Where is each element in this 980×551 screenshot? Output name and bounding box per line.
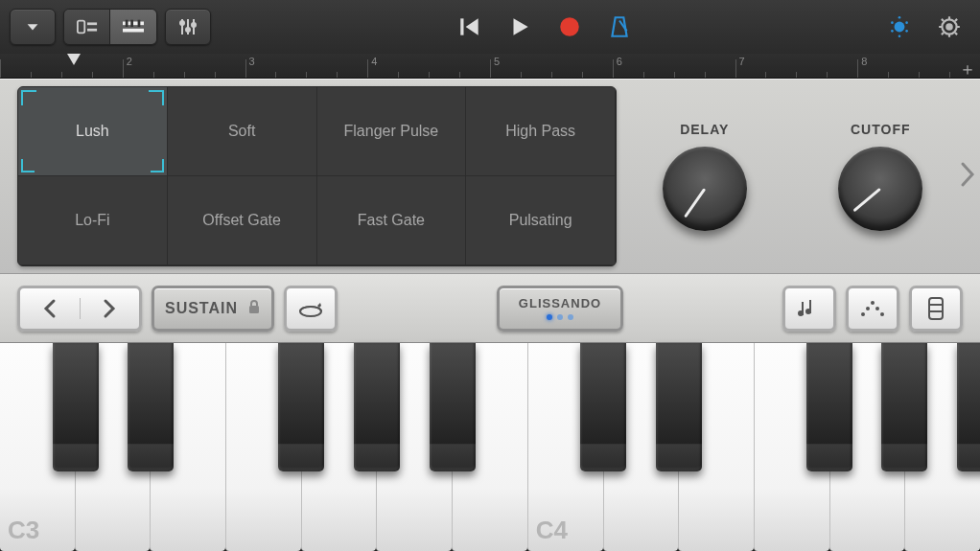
add-section-button[interactable]: ＋ — [959, 57, 976, 80]
autoplay-button[interactable] — [284, 286, 338, 332]
preset-fast-gate[interactable]: Fast Gate — [317, 176, 467, 265]
svg-point-19 — [898, 34, 901, 37]
keyboard-layout-button[interactable] — [909, 286, 963, 332]
track-view-button[interactable] — [64, 10, 110, 44]
svg-point-15 — [905, 21, 908, 24]
next-controls-button[interactable] — [959, 161, 976, 192]
svg-rect-2 — [87, 29, 97, 32]
glissando-button[interactable]: GLISSANDO — [497, 286, 623, 332]
record-button[interactable] — [548, 6, 591, 48]
svg-rect-22 — [249, 306, 259, 313]
svg-point-16 — [891, 30, 894, 33]
cutoff-knob[interactable] — [838, 147, 922, 231]
svg-point-25 — [866, 307, 870, 310]
ruler-bar-number: 6 — [617, 56, 622, 67]
view-switcher — [63, 9, 157, 45]
ruler-bar-number: 5 — [494, 56, 500, 67]
rewind-button[interactable] — [449, 6, 491, 48]
svg-point-24 — [861, 312, 865, 316]
black-key[interactable] — [128, 343, 174, 471]
chord-strips-button[interactable] — [782, 286, 836, 332]
playhead-icon[interactable] — [67, 54, 81, 65]
black-key[interactable] — [881, 343, 927, 471]
svg-rect-1 — [87, 22, 97, 25]
ruler-bar-number: 8 — [861, 56, 867, 67]
svg-point-28 — [880, 312, 884, 316]
svg-point-26 — [871, 301, 875, 305]
delay-knob[interactable] — [663, 147, 747, 231]
instrument-view-button[interactable] — [110, 10, 156, 44]
svg-point-18 — [898, 16, 901, 19]
black-key[interactable] — [278, 343, 324, 471]
info-button[interactable] — [878, 6, 921, 48]
sustain-button[interactable]: SUSTAIN — [152, 286, 274, 332]
svg-point-14 — [891, 21, 894, 24]
delay-knob-label: DELAY — [680, 122, 729, 137]
black-key[interactable] — [580, 343, 626, 471]
ruler-bar-number: 4 — [371, 56, 377, 67]
octave-down-button[interactable] — [20, 298, 81, 319]
svg-rect-3 — [123, 22, 144, 26]
preset-grid: LushSoftFlanger PulseHigh PassLo-FiOffse… — [17, 86, 617, 266]
top-toolbar — [0, 0, 980, 54]
svg-point-23 — [300, 307, 321, 316]
black-key[interactable] — [53, 343, 99, 471]
preset-lush[interactable]: Lush — [18, 87, 168, 176]
svg-point-13 — [895, 22, 905, 33]
sound-control-panel: LushSoftFlanger PulseHigh PassLo-FiOffse… — [0, 79, 980, 274]
glissando-page-dots — [547, 314, 573, 320]
ruler-bar-number: 2 — [127, 56, 132, 67]
octave-up-button[interactable] — [81, 298, 140, 319]
svg-point-17 — [905, 30, 908, 33]
octave-switcher — [17, 286, 142, 332]
arpeggiator-button[interactable] — [846, 286, 899, 332]
keyboard-button-row: SUSTAIN GLISSANDO — [0, 274, 980, 343]
cutoff-knob-label: CUTOFF — [851, 122, 911, 137]
preset-pulsating[interactable]: Pulsating — [466, 176, 616, 265]
play-button[interactable] — [499, 6, 541, 48]
svg-rect-6 — [130, 20, 133, 27]
ruler-bar-number: 3 — [249, 56, 255, 67]
black-key[interactable] — [354, 343, 400, 471]
svg-point-9 — [186, 28, 190, 32]
timeline-ruler[interactable]: 2345678 ＋ — [0, 54, 980, 79]
preset-offset-gate[interactable]: Offset Gate — [168, 176, 317, 265]
svg-rect-4 — [123, 29, 144, 33]
svg-point-20 — [942, 19, 956, 34]
preset-flanger-pulse[interactable]: Flanger Pulse — [317, 87, 467, 176]
project-dropdown-button[interactable] — [10, 9, 56, 45]
black-key[interactable] — [806, 343, 852, 471]
svg-point-27 — [875, 307, 879, 310]
svg-point-8 — [180, 21, 184, 25]
lock-icon — [247, 299, 261, 318]
svg-rect-11 — [460, 18, 463, 34]
octave-label: C4 — [536, 516, 568, 545]
black-key[interactable] — [957, 343, 980, 471]
preset-high-pass[interactable]: High Pass — [466, 87, 616, 176]
svg-rect-5 — [126, 20, 128, 27]
ruler-bar-number: 7 — [739, 56, 745, 67]
black-key[interactable] — [656, 343, 702, 471]
settings-button[interactable] — [928, 6, 970, 48]
knob-area: DELAY CUTOFF — [617, 122, 968, 231]
svg-point-21 — [946, 24, 951, 29]
preset-lo-fi[interactable]: Lo-Fi — [18, 176, 168, 265]
piano-keyboard: C3C4 — [0, 343, 980, 551]
sustain-label: SUSTAIN — [165, 300, 238, 317]
glissando-label: GLISSANDO — [519, 296, 601, 310]
svg-rect-7 — [138, 20, 141, 27]
octave-label: C3 — [8, 516, 39, 545]
svg-rect-0 — [77, 21, 83, 34]
svg-rect-29 — [929, 298, 943, 319]
metronome-button[interactable] — [598, 6, 641, 48]
mixer-button[interactable] — [165, 9, 211, 45]
preset-soft[interactable]: Soft — [168, 87, 317, 176]
svg-point-12 — [560, 17, 579, 36]
svg-point-10 — [192, 23, 196, 27]
black-key[interactable] — [430, 343, 476, 471]
